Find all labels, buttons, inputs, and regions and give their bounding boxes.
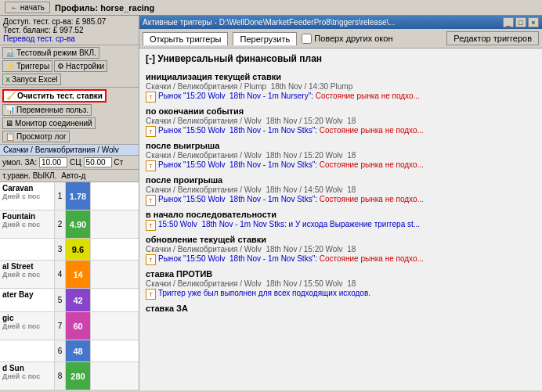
on-top-checkbox[interactable] (302, 34, 312, 44)
trigger-content: [-] Универсальный финансовый план инициа… (139, 49, 542, 390)
broom-icon: 🧹 (6, 92, 16, 100)
user-vars-button[interactable]: 📊 Переменные польз. (2, 104, 92, 116)
on-top-checkbox-area: Поверх других окон (302, 34, 392, 44)
trigger-row-text[interactable]: Рынок "15:50 Wolv 18th Nov - 1m Nov Stks… (158, 254, 424, 263)
trigger-file-icon: T (146, 254, 156, 265)
trigger-row-text[interactable]: Рынок "15:50 Wolv 18th Nov - 1m Nov Stks… (158, 195, 424, 203)
on-top-label: Поверх других окон (314, 34, 392, 43)
trigger-file-icon: T (146, 126, 156, 137)
translation-link[interactable]: Перевод тест. ср-ва (3, 34, 75, 43)
go-back-button[interactable]: ← начать (5, 2, 50, 13)
section-title: после выигрыша (143, 141, 539, 150)
window-titlebar: Активные триггеры - D:\WellDone\MarketFe… (139, 16, 542, 29)
left-panel: Доступ. тест. ср-ва: £ 985.07 Тест. бала… (0, 16, 139, 390)
trigger-file-icon: T (146, 160, 156, 171)
test-mode-button[interactable]: 🔬 Тестовый режим ВКЛ. (2, 47, 99, 59)
race-name: ater Bay (2, 290, 33, 299)
top-bar: ← начать Профиль: horse_racing (0, 0, 542, 16)
clear-bets-button[interactable]: 🧹 Очистить тест. ставки (2, 89, 107, 102)
run-excel-button[interactable]: X Запуск Excel (2, 74, 61, 85)
race-name: Fountain (2, 212, 52, 221)
open-triggers-button[interactable]: Открыть триггеры (143, 32, 228, 45)
table-row[interactable]: Caravan Дней с пос 1 1.78 (0, 182, 139, 210)
settings-button[interactable]: ⚙ Настройки (54, 60, 107, 72)
plan-title: [-] Универсальный финансовый план (143, 52, 539, 66)
access-label: Доступ. тест. ср-ва: £ 985.07 (3, 17, 136, 26)
race-odds (91, 362, 139, 390)
table-row[interactable]: gic Дней с пос 7 60 (0, 312, 139, 340)
trigger-row-text[interactable]: Рынок "15:50 Wolv 18th Nov - 1m Nov Stks… (158, 126, 424, 135)
log-icon: 📋 (5, 132, 15, 141)
trigger-row-text[interactable]: Рынок "15:20 Wolv 18th Nov - 1m Nursery"… (158, 92, 420, 100)
za-input[interactable] (39, 157, 67, 167)
race-rank: 6 (55, 340, 66, 361)
race-number: 9.6 (66, 239, 91, 260)
trigger-file-icon: T (146, 92, 156, 102)
race-number: 42 (66, 289, 91, 311)
race-odds (91, 182, 139, 210)
trigger-row-text[interactable]: 15:50 Wolv 18th Nov - 1m Nov Stks: и У и… (158, 220, 420, 228)
trigger-section: ставка ПРОТИВ Скачки / Великобритания / … (143, 269, 539, 300)
race-name: d Sun (2, 364, 52, 372)
race-days: Дней с пос (2, 322, 52, 330)
race-rank: 4 (55, 261, 66, 288)
race-days: Дней с пос (2, 372, 52, 380)
trigger-section: инициализация текущей ставки Скачки / Ве… (143, 72, 539, 102)
trigger-row-text[interactable]: Рынок "15:50 Wolv 18th Nov - 1m Nov Stks… (158, 160, 424, 169)
filter-row: умол. ЗА: СЦ Ст (0, 156, 139, 170)
trigger-icon: ⚡ (5, 62, 15, 70)
race-rank: 3 (55, 239, 66, 260)
race-odds (91, 261, 139, 288)
balance-label: Тест. баланс: £ 997.52 (3, 26, 136, 34)
race-days: Дней с пос (2, 192, 52, 200)
section-title: после проигрыша (143, 175, 539, 185)
trigger-section: после проигрыша Скачки / Великобритания … (143, 175, 539, 206)
cu-input[interactable] (84, 157, 112, 167)
race-rank: 7 (55, 312, 66, 340)
excel-icon: X (5, 76, 10, 84)
table-row[interactable]: ater Bay 5 42 (0, 289, 139, 312)
table-row[interactable]: d Sun Дней с пос 8 280 (0, 362, 139, 390)
race-number: 14 (66, 261, 91, 288)
table-row[interactable]: al Street Дней с пос 4 14 (0, 261, 139, 289)
trigger-editor-button[interactable]: Редактор триггеров (446, 31, 539, 45)
view-log-button[interactable]: 📋 Просмотр лог (2, 131, 70, 142)
trigger-toolbar: Открыть триггеры Перегрузить Поверх друг… (139, 29, 542, 49)
race-name: al Street (2, 262, 52, 271)
table-row[interactable]: 3 9.6 (0, 239, 139, 261)
ct-label: Ст (114, 158, 124, 167)
reload-button[interactable]: Перегрузить (233, 32, 297, 45)
breadcrumb: Скачки / Великобритания / Wolv (0, 145, 139, 156)
race-number: 1.78 (66, 182, 91, 210)
settings-icon: ⚙ (57, 62, 64, 70)
table-row[interactable]: Fountain Дней с пос 2 4.90 (0, 210, 139, 239)
monitor-button[interactable]: 🖥 Монитор соединений (2, 117, 96, 129)
section-title: в начало последовательности (143, 210, 539, 219)
race-rank: 1 (55, 182, 66, 210)
close-button[interactable]: × (528, 17, 539, 27)
section-title: ставка ПРОТИВ (143, 269, 539, 279)
race-days: Дней с пос (2, 271, 52, 279)
maximize-button[interactable]: □ (515, 17, 526, 27)
test-mode-icon: 🔬 (5, 49, 15, 57)
trigger-row-text[interactable]: Триггер уже был выполнен для всех подход… (158, 289, 370, 297)
race-number: 60 (66, 312, 91, 340)
section-title: по окончании события (143, 106, 539, 116)
section-title: обновление текущей ставки (143, 235, 539, 244)
trigger-section: по окончании события Скачки / Великобрит… (143, 106, 539, 137)
race-name: gic (2, 314, 52, 322)
trigger-section: после выигрыша Скачки / Великобритания /… (143, 141, 539, 171)
race-rank: 2 (55, 210, 66, 238)
auto-label: Авто-д (61, 171, 85, 180)
za-label: умол. ЗА: (2, 158, 37, 167)
race-list: Caravan Дней с пос 1 1.78 Fountain Дней … (0, 182, 139, 390)
minimize-button[interactable]: _ (503, 17, 514, 27)
vars-icon: 📊 (5, 106, 15, 114)
tourney-label: т.уравн. ВЫКЛ. (2, 171, 56, 180)
monitor-icon: 🖥 (5, 119, 13, 128)
race-rank: 5 (55, 289, 66, 311)
table-row[interactable]: 6 48 (0, 340, 139, 362)
race-odds (91, 210, 139, 238)
triggers-panel: Активные триггеры - D:\WellDone\MarketFe… (139, 16, 542, 390)
triggers-button[interactable]: ⚡ Триггеры (2, 60, 52, 72)
